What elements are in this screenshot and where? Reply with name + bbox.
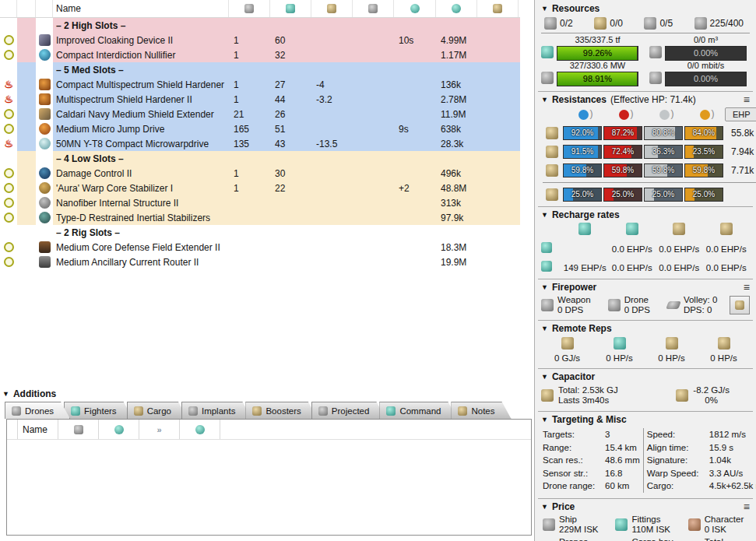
module-state-toggle[interactable]	[0, 255, 17, 269]
collapse-triangle-icon[interactable]: ▼	[541, 373, 548, 381]
collapse-triangle-icon[interactable]: ▼	[541, 283, 548, 291]
tab-implants[interactable]: Implants	[181, 402, 251, 419]
module-cpu-value: 27	[270, 77, 311, 92]
column-header-powergrid[interactable]	[229, 0, 270, 17]
panel-menu-icon[interactable]: ≡	[744, 96, 750, 104]
tab-fighters[interactable]: Fighters	[64, 402, 133, 419]
charge-cell[interactable]	[17, 181, 36, 195]
state-online-icon	[4, 50, 14, 60]
module-state-toggle[interactable]	[0, 107, 17, 121]
fighters-tab-icon	[71, 406, 80, 416]
state-online-icon	[4, 213, 14, 223]
column-header-state[interactable]	[0, 0, 17, 17]
module-state-toggle[interactable]: ♨	[0, 77, 17, 92]
module-row[interactable]: Type-D Restrained Inertial Stabilizers97…	[0, 210, 520, 225]
armor-icon	[546, 146, 558, 158]
charge-cell[interactable]	[17, 136, 36, 151]
module-row[interactable]: Medium Core Defense Field Extender II18.…	[0, 240, 520, 255]
stats-panel: ▼ Resources 0/20/00/5225/400 335/337.5 t…	[535, 0, 756, 541]
tab-boosters[interactable]: Boosters	[245, 402, 317, 419]
column-header-icon[interactable]	[36, 0, 53, 17]
tab-notes[interactable]: Notes	[451, 402, 511, 419]
hardpoint-stat: 0/5	[644, 17, 673, 30]
charge-cell[interactable]	[17, 210, 36, 225]
charge-cell[interactable]	[17, 240, 36, 255]
panel-menu-icon[interactable]: ≡	[744, 283, 750, 291]
module-state-toggle[interactable]	[0, 195, 17, 210]
collapse-triangle-icon[interactable]: ▼	[541, 325, 548, 332]
charge-cell[interactable]	[17, 77, 36, 92]
module-state-toggle[interactable]: ♨	[0, 92, 17, 107]
module-row[interactable]: ♨Compact Multispectrum Shield Hardener12…	[0, 77, 520, 92]
module-row[interactable]: Improved Cloaking Device II16010s4.99M	[0, 33, 520, 47]
column-header-ammo[interactable]	[477, 0, 519, 17]
ehp-button[interactable]: EHP	[725, 107, 756, 121]
charge-cell[interactable]	[17, 107, 36, 121]
module-row[interactable]: 'Aura' Warp Core Stabilizer I122+248.8M	[0, 181, 520, 195]
charge-cell[interactable]	[17, 166, 36, 181]
drones-column-misc[interactable]	[99, 420, 139, 439]
module-row[interactable]: ♨Multispectrum Shield Hardener II144-3.2…	[0, 92, 520, 107]
charge-cell[interactable]	[17, 33, 36, 47]
tab-projected[interactable]: Projected	[311, 402, 386, 419]
tab-command[interactable]: Command	[379, 402, 457, 419]
energy-transfer-icon	[561, 337, 574, 350]
module-row[interactable]: Medium Micro Jump Drive165519s638k	[0, 121, 520, 136]
drones-column-quantity[interactable]: »	[139, 420, 180, 439]
module-row[interactable]: Medium Ancillary Current Router II19.9M	[0, 255, 520, 269]
module-row[interactable]: Damage Control II130496k	[0, 166, 520, 181]
collapse-triangle-icon[interactable]: ▼	[541, 211, 548, 219]
module-row[interactable]: Compact Interdiction Nullifier1321.17M	[0, 47, 520, 62]
module-state-toggle[interactable]	[0, 166, 17, 181]
command-tab-icon	[386, 406, 396, 416]
drones-column-name[interactable]: Name	[18, 420, 58, 439]
tab-drones[interactable]: Drones	[5, 402, 70, 419]
module-row[interactable]: ♨50MN Y-T8 Compact Microwarpdrive13543-1…	[0, 136, 520, 151]
resist-value: 92.0%	[564, 127, 601, 139]
module-state-toggle[interactable]	[0, 240, 17, 255]
module-range-value	[353, 77, 394, 92]
module-cpu-value	[270, 255, 311, 269]
divider	[543, 182, 756, 183]
module-row[interactable]: Nanofiber Internal Structure II313k	[0, 195, 520, 210]
module-state-toggle[interactable]	[0, 47, 17, 62]
collapse-triangle-icon[interactable]: ▼	[2, 390, 9, 398]
charge-cell[interactable]	[17, 255, 36, 269]
drones-column-price[interactable]	[180, 420, 220, 439]
column-header-capacitor-use[interactable]	[311, 0, 353, 17]
targeting-label: Cargo:	[647, 480, 709, 493]
charge-cell[interactable]	[17, 195, 36, 210]
panel-menu-icon[interactable]: ≡	[744, 503, 750, 511]
drones-column-range[interactable]	[58, 420, 99, 439]
module-state-toggle[interactable]	[0, 181, 17, 195]
module-state-toggle[interactable]	[0, 121, 17, 136]
targeting-stat: Cargo:4.5k+62.5k m³	[647, 480, 756, 493]
resist-bar-kinetic: 36.3%	[644, 145, 683, 159]
column-header-misc[interactable]	[394, 0, 436, 17]
range-icon	[74, 425, 83, 434]
column-header-range[interactable]	[353, 0, 394, 17]
collapse-triangle-icon[interactable]: ▼	[541, 96, 548, 104]
collapse-triangle-icon[interactable]: ▼	[541, 503, 548, 511]
charge-cell[interactable]	[17, 47, 36, 62]
tab-cargo[interactable]: Cargo	[127, 402, 188, 419]
module-range-value	[353, 107, 394, 121]
firepower-graph-button[interactable]	[730, 296, 750, 314]
module-state-toggle[interactable]	[0, 210, 17, 225]
column-header-price[interactable]	[436, 0, 477, 17]
module-row[interactable]: Caldari Navy Medium Shield Extender21261…	[0, 107, 520, 121]
targeting-label: Scan res.:	[543, 454, 605, 467]
column-header-charge[interactable]	[17, 0, 36, 17]
module-state-toggle[interactable]: ♨	[0, 136, 17, 151]
module-misc-value	[394, 107, 436, 121]
collapse-triangle-icon[interactable]: ▼	[541, 5, 548, 12]
column-header-name[interactable]: Name	[53, 0, 229, 17]
module-cap-value	[311, 166, 353, 181]
column-header-cpu[interactable]	[270, 0, 311, 17]
charge-cell[interactable]	[17, 92, 36, 107]
state-active-icon: ♨	[4, 139, 13, 149]
charge-cell[interactable]	[17, 121, 36, 136]
module-state-toggle[interactable]	[0, 33, 17, 47]
capacitor-lasts: Lasts 3m40s	[558, 395, 618, 406]
collapse-triangle-icon[interactable]: ▼	[541, 416, 548, 423]
